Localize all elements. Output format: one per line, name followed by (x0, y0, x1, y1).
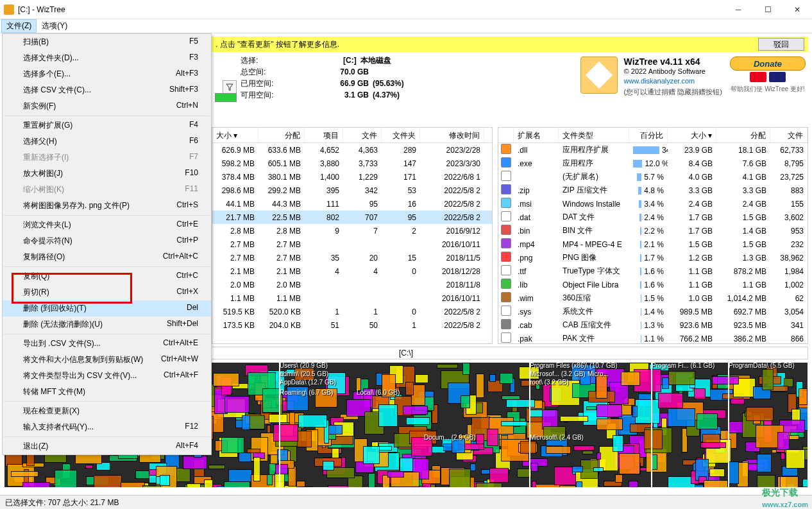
table-row[interactable]: 378.4 MB380.1 MB1,4001,2291712022/6/8 1 (212, 170, 492, 184)
table-row[interactable]: .sys系统文件1.4 %989.5 MB692.7 MB3,054 (498, 305, 808, 318)
menu-item[interactable]: 放大树图(J)F10 (3, 166, 211, 182)
wiztree-logo (580, 56, 618, 94)
dismiss-button[interactable]: 驳回 (758, 38, 804, 51)
close-button[interactable]: ✕ (782, 1, 812, 19)
left-table-header: 大小 ▾分配项目文件文件夹修改时间 (212, 128, 492, 143)
table-row[interactable]: .exe应用程序12.0 %8.4 GB7.6 GB8,795 (498, 157, 808, 170)
menu-item[interactable]: 退出(Z)Alt+F4 (3, 438, 211, 454)
usage-bar (215, 93, 237, 102)
table-row[interactable]: 21.7 MB22.5 MB802707952022/5/8 2 (212, 211, 492, 224)
column-header[interactable]: 修改时间 (420, 128, 484, 142)
table-row[interactable]: 1.1 MB1.1 MB2016/10/11 (212, 291, 492, 305)
column-header[interactable]: 文件 (343, 128, 382, 142)
menu-item[interactable]: 现在检查更新(X) (3, 403, 211, 419)
table-row[interactable]: .mp4MP4 - MPEG-4 E2.1 %1.5 GB1.5 GB232 (498, 237, 808, 251)
treemap-label: Roaming\ (6.7 GB) (280, 389, 333, 396)
donate-hint: (您可以通过捐赠 隐藏捐赠按钮) (624, 87, 722, 97)
column-header[interactable]: 文件类型 (559, 128, 629, 142)
column-header[interactable]: 分配 (258, 128, 305, 142)
table-row[interactable]: (无扩展名)5.7 %4.0 GB4.1 GB23,725 (498, 170, 808, 184)
table-row[interactable]: .wim360压缩1.5 %1.0 GB1,014.2 MB62 (498, 291, 808, 305)
menu-item[interactable]: 重新选择子(I)F7 (3, 150, 211, 166)
menu-item[interactable]: 重置树扩展(G)F4 (3, 117, 211, 134)
menu-item[interactable]: 输入支持者代码(Y)...F12 (3, 419, 211, 435)
donate-button[interactable]: Donate (730, 56, 806, 71)
menu-item[interactable]: 复制路径(O)Ctrl+Alt+C (3, 249, 211, 265)
table-row[interactable]: .libObject File Libra1.6 %1.1 GB1.1 GB1,… (498, 278, 808, 291)
menubar: 文件(Z) 选项(Y) (0, 19, 812, 33)
table-row[interactable]: .pngPNG 图像1.7 %1.2 GB1.3 GB38,962 (498, 251, 808, 264)
column-header[interactable]: 大小 ▾ (212, 128, 258, 142)
table-row[interactable]: 2.0 MB2.0 MB2018/11/8 (212, 278, 492, 291)
menu-options[interactable]: 选项(Y) (37, 19, 72, 33)
left-table-body: 626.9 MB633.6 MB4,6524,3632892023/2/2859… (212, 143, 492, 332)
select-label: 选择: (241, 55, 298, 66)
table-row[interactable]: .datDAT 文件2.4 %1.7 GB1.5 GB3,602 (498, 211, 808, 224)
table-row[interactable]: 44.1 MB44.3 MB11195162022/5/8 2 (212, 197, 492, 211)
table-row[interactable]: .msiWindows Installe3.4 %2.4 GB2.4 GB155 (498, 197, 808, 211)
menu-item[interactable]: 将文件和大小信息复制到剪贴板(W)Ctrl+Alt+W (3, 352, 211, 368)
table-row[interactable]: .zipZIP 压缩文件4.8 %3.3 GB3.3 GB883 (498, 184, 808, 197)
donate-help: 帮助我们使 WizTree 更好! (730, 85, 806, 94)
table-row[interactable]: 298.6 MB299.2 MB395342532022/5/8 2 (212, 184, 492, 197)
menu-item[interactable]: 将文件类型导出为 CSV 文件(V)...Ctrl+Alt+F (3, 368, 211, 384)
menu-item[interactable]: 导出到 .CSV 文件(S)...Ctrl+Alt+E (3, 336, 211, 352)
homepage-link[interactable]: www.diskanalyzer.com (624, 77, 695, 85)
table-row[interactable]: 598.2 MB605.1 MB3,8803,7331472023/3/30 (212, 157, 492, 170)
column-header[interactable]: 文件 (770, 128, 808, 142)
column-header[interactable]: 扩展名 (514, 128, 559, 142)
column-header[interactable]: 项目 (305, 128, 343, 142)
table-row[interactable]: 2.7 MB2.7 MB2016/10/11 (212, 237, 492, 251)
menu-item[interactable]: 选择 CSV 文件(C)...Shift+F3 (3, 82, 211, 98)
menu-item[interactable]: 命令提示符(N)Ctrl+P (3, 233, 211, 249)
table-row[interactable]: .pakPAK 文件1.1 %766.2 MB386.2 MB866 (498, 332, 808, 344)
menu-item[interactable]: 新实例(F)Ctrl+N (3, 98, 211, 114)
table-row[interactable]: .cabCAB 压缩文件1.3 %923.6 MB923.5 MB341 (498, 318, 808, 332)
menu-item[interactable]: 复制(Q)Ctrl+C (3, 268, 211, 284)
treemap-label: root\ (3.2 GB) (530, 379, 569, 386)
treemap-label: Local\ (6.0 GB) (357, 389, 400, 396)
treemap-label: AppData\ (12.7 GB) (280, 379, 336, 386)
table-row[interactable]: .ttfTrueType 字体文1.6 %1.1 GB878.2 MB1,984 (498, 264, 808, 278)
table-row[interactable]: 2.7 MB2.7 MB3520152018/11/5 (212, 251, 492, 264)
copyright: © 2022 Antibody Software (624, 67, 722, 76)
column-header[interactable]: 大小 ▾ (668, 128, 716, 142)
menu-item[interactable]: 选择文件夹(D)...F3 (3, 50, 211, 66)
menu-item[interactable]: 转储 MFT 文件(M) (3, 384, 211, 400)
menu-item[interactable]: 删除 (无法撤消删除)(U)Shift+Del (3, 316, 211, 332)
treemap-label: admin\ (20.5 GB) (280, 370, 328, 377)
treemap-label: Program Fi... (6.1 GB) (652, 362, 715, 369)
column-header[interactable]: 百分比 (629, 128, 668, 142)
menu-item[interactable]: 选择父(H)F6 (3, 134, 211, 150)
table-row[interactable]: 519.5 KB520.0 KB1102022/5/8 2 (212, 305, 492, 318)
extension-table: 扩展名文件类型百分比大小 ▾分配文件 .dll应用程序扩展34.1 %23.9 … (498, 127, 808, 344)
menu-item[interactable]: 浏览文件夹(L)Ctrl+E (3, 217, 211, 233)
right-table-header: 扩展名文件类型百分比大小 ▾分配文件 (498, 128, 808, 143)
column-header[interactable]: 文件夹 (382, 128, 420, 142)
brand-area: WizTree v4.11 x64 © 2022 Antibody Softwa… (580, 56, 722, 97)
menu-item[interactable]: 选择多个(E)...Alt+F3 (3, 66, 211, 82)
menu-item[interactable]: 将树图图像另存为. png 文件(P)Ctrl+S (3, 198, 211, 214)
table-row[interactable]: 173.5 KB204.0 KB515012022/5/8 2 (212, 318, 492, 332)
menu-item[interactable]: 扫描(B)F5 (3, 34, 211, 50)
treemap-label: Docum... (2.9 GB) (424, 434, 476, 441)
table-row[interactable]: .binBIN 文件2.2 %1.7 GB1.4 GB953 (498, 224, 808, 237)
table-row[interactable]: 626.9 MB633.6 MB4,6524,3632892023/2/28 (212, 143, 492, 157)
menu-file[interactable]: 文件(Z) (1, 19, 37, 33)
statusbar: 已选择文件: 707 总大小: 21.7 MB (0, 495, 812, 509)
table-row[interactable]: 2.1 MB2.1 MB4402018/12/28 (212, 264, 492, 278)
menu-item[interactable]: 缩小树图(K)F11 (3, 182, 211, 198)
window-title: [C:] - WizTree (18, 5, 723, 14)
treemap-label: Users\ (20.9 GB) (280, 362, 328, 369)
filter-button[interactable] (223, 80, 237, 94)
column-header[interactable]: 分配 (716, 128, 770, 142)
menu-item[interactable]: 剪切(R)Ctrl+X (3, 284, 211, 300)
table-row[interactable]: 2.8 MB2.8 MB9722016/9/12 (212, 224, 492, 237)
donate-area: Donate 帮助我们使 WizTree 更好! (730, 56, 806, 94)
minimize-button[interactable]: ─ (723, 1, 753, 19)
drive-info: 选择:[C:] 本地磁盘 总空间:70.0 GB 已用空间:66.9 GB(95… (241, 55, 414, 101)
maximize-button[interactable]: ☐ (753, 1, 782, 19)
menu-item[interactable]: 删除 (到回收站)(T)Del (3, 300, 211, 316)
treemap-label: ProgramData\ (5.5 GB) (729, 362, 795, 369)
table-row[interactable]: .dll应用程序扩展34.1 %23.9 GB18.1 GB62,733 (498, 143, 808, 157)
